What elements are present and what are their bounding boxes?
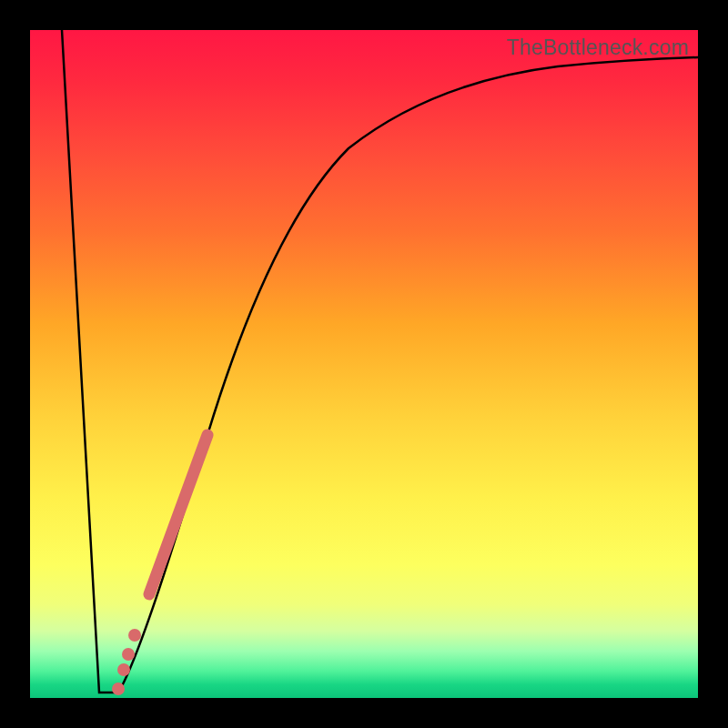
chart-frame: TheBottleneck.com [0, 0, 728, 728]
dot [117, 663, 130, 676]
main-curve [62, 30, 698, 693]
dot [128, 629, 141, 642]
dot [112, 682, 125, 695]
dot [122, 648, 135, 661]
highlight-segment [149, 435, 207, 594]
dot-group [112, 629, 141, 695]
line-chart-svg [30, 30, 698, 698]
plot-area: TheBottleneck.com [30, 30, 698, 698]
